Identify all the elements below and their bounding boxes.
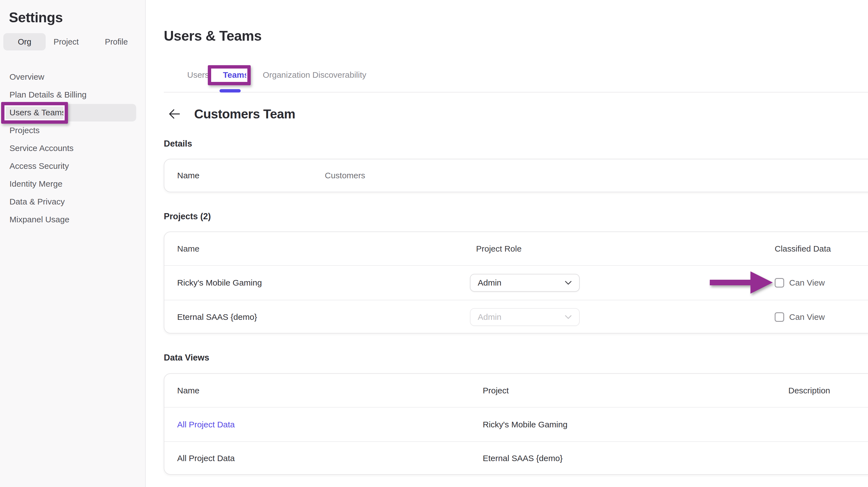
data-view-project: Ricky's Mobile Gaming: [483, 420, 788, 429]
scope-tab-org[interactable]: Org: [3, 33, 46, 51]
can-view-checkbox[interactable]: [775, 312, 784, 322]
col-classified-data: Classified Data: [775, 244, 831, 253]
sidebar-menu: Overview Plan Details & Billing Users & …: [0, 68, 146, 229]
sidebar-item-overview[interactable]: Overview: [0, 68, 146, 86]
can-view-label: Can View: [789, 278, 825, 287]
team-header: Customers Team: [167, 106, 295, 121]
data-views-card: Name Project Description All Project Dat…: [164, 373, 868, 475]
details-row-name: Name Customers: [164, 159, 868, 192]
data-view-project: Eternal SAAS {demo}: [483, 454, 788, 463]
team-title: Customers Team: [194, 106, 295, 121]
col-name: Name: [177, 244, 470, 253]
col-name: Name: [177, 386, 483, 395]
sidebar-title: Settings: [9, 9, 63, 26]
details-heading: Details: [164, 139, 192, 149]
sidebar-item-identity-merge[interactable]: Identity Merge: [0, 175, 146, 193]
sidebar-item-projects[interactable]: Projects: [0, 121, 146, 139]
data-view-link[interactable]: All Project Data: [177, 420, 483, 429]
project-row-rickys: Ricky's Mobile Gaming Admin Can View: [164, 266, 868, 300]
sidebar-item-service-accounts[interactable]: Service Accounts: [0, 139, 146, 157]
sidebar-item-plan-details-billing[interactable]: Plan Details & Billing: [0, 86, 146, 104]
settings-sidebar: Settings Org Project Profile Overview Pl…: [0, 0, 146, 487]
can-view-label: Can View: [789, 312, 825, 322]
sidebar-item-mixpanel-usage[interactable]: Mixpanel Usage: [0, 211, 146, 229]
dropdown-value: Admin: [478, 278, 501, 287]
settings-scope-switcher: Org Project Profile: [3, 33, 136, 51]
col-description: Description: [788, 386, 830, 395]
projects-heading: Projects (2): [164, 211, 211, 221]
scope-tab-profile[interactable]: Profile: [97, 33, 136, 51]
col-project-role: Project Role: [470, 244, 580, 253]
details-card: Name Customers: [164, 159, 868, 192]
scope-tab-project[interactable]: Project: [46, 33, 86, 51]
sidebar-item-users-teams[interactable]: Users & Teams: [0, 104, 146, 121]
tab-teams[interactable]: Teams: [216, 70, 256, 80]
projects-card: Name Project Role Classified Data Ricky'…: [164, 232, 868, 334]
chevron-down-icon: [565, 280, 572, 285]
chevron-down-icon: [565, 315, 572, 319]
data-views-header-row: Name Project Description: [164, 374, 868, 407]
users-teams-tabs: Users Teams Organization Discoverability: [164, 67, 373, 83]
project-row-eternal-saas: Eternal SAAS {demo} Admin Can View: [164, 300, 868, 334]
col-project: Project: [483, 386, 788, 395]
data-view-row-1: All Project Data Ricky's Mobile Gaming: [164, 407, 868, 441]
project-name: Ricky's Mobile Gaming: [177, 278, 470, 287]
data-view-row-2: All Project Data Eternal SAAS {demo}: [164, 442, 868, 475]
projects-header-row: Name Project Role Classified Data: [164, 232, 868, 265]
details-name-value: Customers: [325, 171, 365, 180]
back-button[interactable]: [167, 107, 182, 121]
dropdown-value: Admin: [478, 312, 501, 322]
settings-page: { "sidebar": { "title": "Settings", "tab…: [0, 0, 868, 487]
tabs-divider: [164, 92, 868, 92]
sidebar-item-data-privacy[interactable]: Data & Privacy: [0, 193, 146, 211]
data-views-heading: Data Views: [164, 353, 209, 363]
arrow-left-icon: [168, 107, 181, 121]
project-name: Eternal SAAS {demo}: [177, 312, 470, 322]
project-role-dropdown-disabled: Admin: [470, 308, 580, 326]
sidebar-item-access-security[interactable]: Access Security: [0, 157, 146, 175]
tab-users[interactable]: Users: [180, 70, 216, 80]
project-role-dropdown[interactable]: Admin: [470, 274, 580, 292]
data-view-link[interactable]: All Project Data: [177, 454, 483, 463]
page-title: Users & Teams: [164, 28, 261, 44]
tab-organization-discoverability[interactable]: Organization Discoverability: [256, 70, 373, 80]
details-name-label: Name: [177, 171, 325, 180]
can-view-checkbox[interactable]: [775, 278, 784, 287]
active-tab-indicator: [219, 89, 241, 92]
